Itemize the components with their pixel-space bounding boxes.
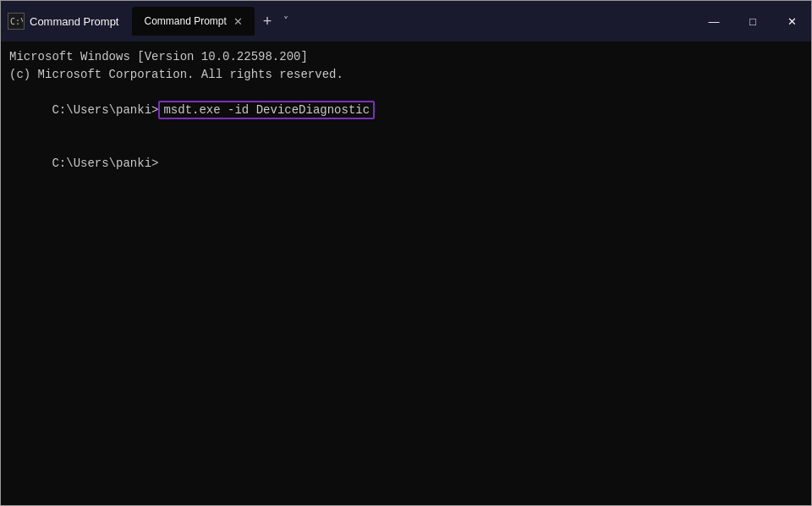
command-text: msdt.exe -id DeviceDiagnostic [163, 103, 370, 117]
output-line-1: Microsoft Windows [Version 10.0.22598.20… [9, 48, 803, 66]
highlighted-command: msdt.exe -id DeviceDiagnostic [158, 101, 375, 119]
tab-area: Command Prompt ✕ + ˅ [132, 7, 292, 36]
window: C:\ Command Prompt Command Prompt ✕ + ˅ … [0, 0, 812, 506]
tab-chevron-button[interactable]: ˅ [280, 15, 292, 27]
svg-text:C:\: C:\ [10, 17, 23, 26]
minimize-button[interactable]: — [694, 1, 733, 41]
output-line-2: (c) Microsoft Corporation. All rights re… [9, 66, 803, 84]
add-tab-button[interactable]: + [256, 14, 279, 29]
close-button[interactable]: ✕ [772, 1, 811, 41]
window-title: Command Prompt [30, 15, 118, 28]
prompt-2: C:\Users\panki> [52, 157, 158, 170]
terminal-body[interactable]: Microsoft Windows [Version 10.0.22598.20… [1, 41, 811, 505]
prompt-1: C:\Users\panki> [52, 103, 158, 117]
active-tab[interactable]: Command Prompt ✕ [132, 7, 254, 36]
output-line-3: C:\Users\panki>msdt.exe -id DeviceDiagno… [9, 84, 803, 137]
window-controls: — □ ✕ [694, 1, 811, 41]
output-line-4: C:\Users\panki> [9, 137, 803, 190]
tab-close-button[interactable]: ✕ [233, 16, 243, 27]
title-bar: C:\ Command Prompt Command Prompt ✕ + ˅ … [1, 1, 811, 41]
maximize-button[interactable]: □ [733, 1, 772, 41]
cmd-icon: C:\ [8, 13, 25, 30]
title-bar-left: C:\ Command Prompt [8, 13, 118, 30]
tab-label: Command Prompt [144, 15, 226, 27]
